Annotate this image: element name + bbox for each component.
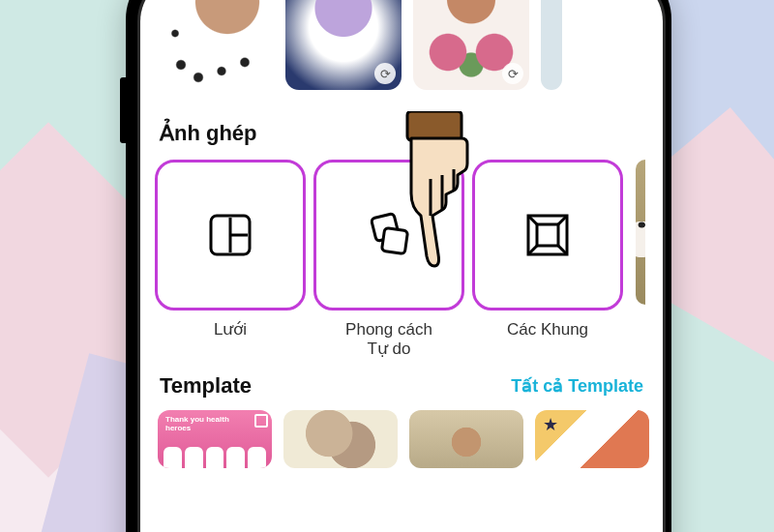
template-item[interactable] (409, 410, 523, 468)
collage-option-label: Lưới (214, 320, 247, 340)
artwork-item[interactable] (158, 0, 274, 90)
collage-option-frames[interactable]: Các Khung (475, 160, 620, 360)
grid-icon (205, 210, 255, 260)
collage-preview-photo[interactable] (636, 160, 645, 305)
collage-option-label: Phong cách Tự do (345, 320, 432, 360)
collage-options: Lưới Phong cách Tự do (158, 160, 645, 360)
frames-icon (521, 209, 574, 261)
collage-option-freestyle[interactable]: Phong cách Tự do (316, 160, 461, 360)
reload-icon[interactable]: ⟳ (374, 63, 396, 84)
phone-side-button (120, 77, 126, 143)
section-title-template: Template (160, 373, 252, 399)
template-caption: Thank you health heroes (165, 416, 243, 433)
collage-option-label: Các Khung (507, 320, 588, 340)
artwork-item[interactable] (541, 0, 562, 90)
artwork-scroller[interactable]: ⟳ ⟳ (158, 0, 645, 90)
artwork-item[interactable]: ⟳ (285, 0, 402, 90)
template-scroller[interactable]: Thank you health heroes (158, 410, 645, 468)
template-item[interactable] (283, 410, 398, 468)
phone-frame: ⟳ ⟳ Ảnh ghép (126, 0, 671, 532)
artwork-item[interactable]: ⟳ (413, 0, 529, 90)
section-title-collage: Ảnh ghép (160, 121, 645, 146)
see-all-templates-link[interactable]: Tất cả Template (511, 375, 643, 397)
freestyle-icon (360, 206, 418, 264)
template-badge-icon (254, 414, 268, 428)
template-item[interactable]: Thank you health heroes (158, 410, 272, 468)
svg-rect-4 (381, 227, 407, 253)
collage-option-grid[interactable]: Lưới (158, 160, 303, 360)
template-item[interactable] (535, 410, 649, 468)
svg-rect-6 (537, 224, 558, 246)
reload-icon[interactable]: ⟳ (502, 63, 523, 84)
app-screen: ⟳ ⟳ Ảnh ghép (140, 0, 663, 532)
